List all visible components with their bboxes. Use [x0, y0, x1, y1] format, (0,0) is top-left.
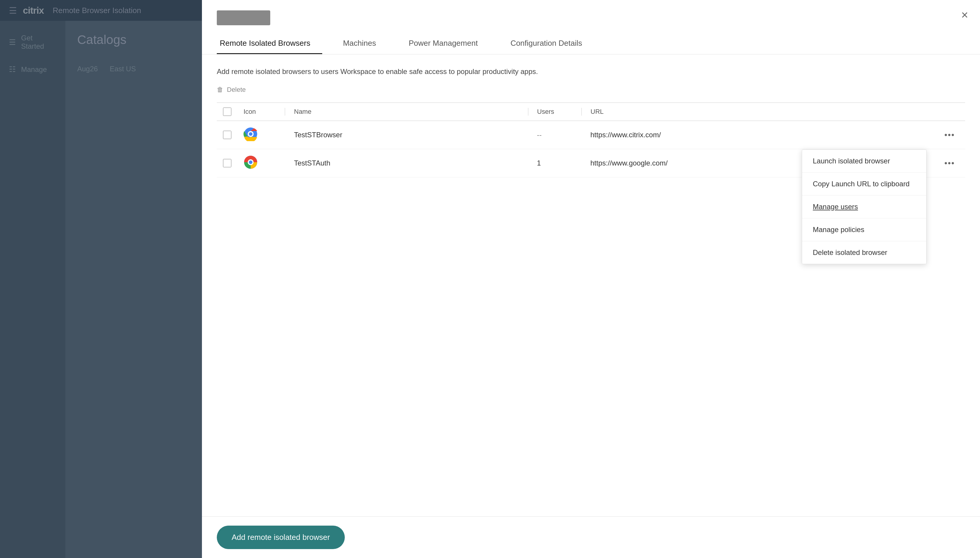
modal-footer: Add remote isolated browser — [202, 516, 980, 558]
row2-name-col: TestSTAuth — [285, 159, 528, 167]
tab-power[interactable]: Power Management — [406, 33, 490, 54]
chrome-icon — [244, 155, 258, 169]
trash-icon: 🗑 — [217, 86, 223, 94]
row1-users-col: -- — [528, 131, 581, 139]
header-users: Users — [528, 108, 582, 116]
context-copy[interactable]: Copy Launch URL to clipboard — [802, 172, 926, 195]
add-remote-browser-button[interactable]: Add remote isolated browser — [217, 525, 345, 549]
row2-icon-col — [237, 155, 285, 171]
header-name: Name — [285, 108, 528, 116]
header-icon: Icon — [237, 108, 285, 116]
row1-actions-col: ••• — [941, 129, 965, 141]
row1-name-col: TestSTBrowser — [285, 131, 528, 139]
context-manage-policies[interactable]: Manage policies — [802, 218, 926, 241]
close-button[interactable]: × — [961, 9, 968, 21]
header-url: URL — [582, 108, 941, 116]
modal: × Remote Isolated Browsers Machines Powe… — [202, 0, 980, 558]
header-checkbox-col — [217, 108, 237, 116]
row1-check-col — [217, 131, 237, 139]
row1-name: TestSTBrowser — [294, 131, 342, 139]
modal-body: Add remote isolated browsers to users Wo… — [202, 54, 980, 516]
row2-actions-col: ••• — [941, 157, 965, 169]
modal-logo-placeholder — [217, 10, 270, 25]
tabs: Remote Isolated Browsers Machines Power … — [217, 33, 965, 54]
table-header: Icon Name Users URL — [217, 102, 965, 121]
modal-header: × Remote Isolated Browsers Machines Powe… — [202, 0, 980, 54]
context-menu: Launch isolated browser Copy Launch URL … — [802, 149, 926, 264]
delete-label: Delete — [227, 86, 246, 94]
row1-icon-col — [237, 127, 285, 143]
row1-actions-button[interactable]: ••• — [941, 129, 958, 141]
row1-checkbox[interactable] — [223, 131, 231, 139]
row2-users: 1 — [537, 159, 541, 167]
svg-point-7 — [249, 161, 252, 164]
row1-url: https://www.citrix.com/ — [591, 131, 661, 139]
overlay — [0, 0, 202, 558]
row2-checkbox[interactable] — [223, 159, 231, 167]
modal-logo-bar — [217, 9, 965, 27]
row1-url-col: https://www.citrix.com/ — [581, 131, 941, 139]
table-row: TestSTBrowser -- https://www.citrix.com/… — [217, 121, 965, 149]
row2-name: TestSTAuth — [294, 159, 330, 167]
row2-users-col: 1 — [528, 159, 581, 167]
context-launch[interactable]: Launch isolated browser — [802, 150, 926, 172]
delete-link[interactable]: 🗑 Delete — [217, 86, 965, 94]
chrome-icon — [244, 127, 258, 141]
tab-machines[interactable]: Machines — [340, 33, 388, 54]
context-delete[interactable]: Delete isolated browser — [802, 241, 926, 264]
svg-point-3 — [249, 132, 252, 136]
description: Add remote isolated browsers to users Wo… — [217, 66, 965, 77]
context-manage-users[interactable]: Manage users — [802, 195, 926, 218]
row1-users: -- — [537, 131, 542, 139]
row2-url: https://www.google.com/ — [591, 159, 668, 167]
tab-config[interactable]: Configuration Details — [507, 33, 594, 54]
row2-check-col — [217, 159, 237, 167]
tab-rib[interactable]: Remote Isolated Browsers — [217, 33, 322, 54]
row2-actions-button[interactable]: ••• — [941, 157, 958, 169]
select-all-checkbox[interactable] — [223, 108, 231, 116]
